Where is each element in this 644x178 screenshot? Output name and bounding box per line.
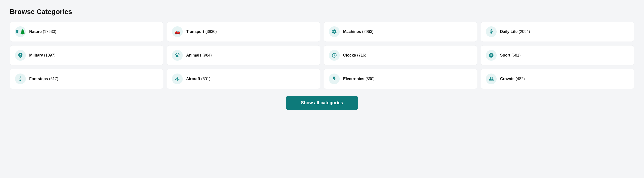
military-icon [18, 53, 23, 58]
category-card-nature[interactable]: 🌲 Nature (17630) [10, 22, 163, 42]
categories-grid: 🌲 Nature (17630) 🚗 Transport (3930) Mach… [10, 22, 634, 89]
page-title: Browse Categories [10, 8, 634, 16]
machines-label: Machines (2963) [343, 30, 374, 34]
category-card-military[interactable]: Military (1097) [10, 45, 163, 65]
footprint-icon [18, 76, 23, 82]
aircraft-icon-circle [172, 74, 183, 84]
nature-label: Nature (17630) [29, 30, 56, 34]
footsteps-label: Footsteps (617) [29, 77, 58, 81]
sport-label: Sport (681) [500, 53, 521, 58]
category-card-daily-life[interactable]: Daily Life (2094) [481, 22, 634, 42]
animals-label: Animals (984) [186, 53, 212, 58]
category-card-transport[interactable]: 🚗 Transport (3930) [167, 22, 320, 42]
transport-label: Transport (3930) [186, 30, 217, 34]
gear-icon [332, 29, 337, 34]
category-card-clocks[interactable]: Clocks (716) [324, 45, 477, 65]
category-card-electronics[interactable]: Electronics (590) [324, 69, 477, 89]
show-all-categories-button[interactable]: Show all categories [286, 96, 358, 110]
clocks-label: Clocks (716) [343, 53, 366, 58]
category-card-footsteps[interactable]: Footsteps (617) [10, 69, 163, 89]
lightning-icon [332, 76, 337, 82]
category-card-aircraft[interactable]: Aircraft (601) [167, 69, 320, 89]
sport-icon-circle [486, 50, 497, 61]
category-card-crowds[interactable]: Crowds (482) [481, 69, 634, 89]
military-label: Military (1097) [29, 53, 56, 58]
nature-icon-circle: 🌲 [15, 26, 26, 37]
plane-icon [175, 76, 180, 82]
electronics-icon-circle [329, 74, 340, 84]
paw-icon [175, 53, 180, 58]
category-card-machines[interactable]: Machines (2963) [324, 22, 477, 42]
machines-icon-circle [329, 26, 340, 37]
crowd-icon [488, 76, 494, 82]
military-icon-circle [15, 50, 26, 61]
clock-icon [332, 53, 337, 58]
crowds-label: Crowds (482) [500, 77, 525, 81]
electronics-label: Electronics (590) [343, 77, 374, 81]
category-card-sport[interactable]: Sport (681) [481, 45, 634, 65]
tree-icon [15, 29, 20, 34]
daily-life-label: Daily Life (2094) [500, 30, 530, 34]
transport-icon-circle: 🚗 [172, 26, 183, 37]
runner-icon [488, 29, 494, 34]
aircraft-label: Aircraft (601) [186, 77, 210, 81]
category-card-animals[interactable]: Animals (984) [167, 45, 320, 65]
crowds-icon-circle [486, 74, 497, 84]
clocks-icon-circle [329, 50, 340, 61]
show-all-wrapper: Show all categories [10, 96, 634, 110]
animals-icon-circle [172, 50, 183, 61]
footsteps-icon-circle [15, 74, 26, 84]
daily-life-icon-circle [486, 26, 497, 37]
sport-icon [488, 53, 494, 58]
